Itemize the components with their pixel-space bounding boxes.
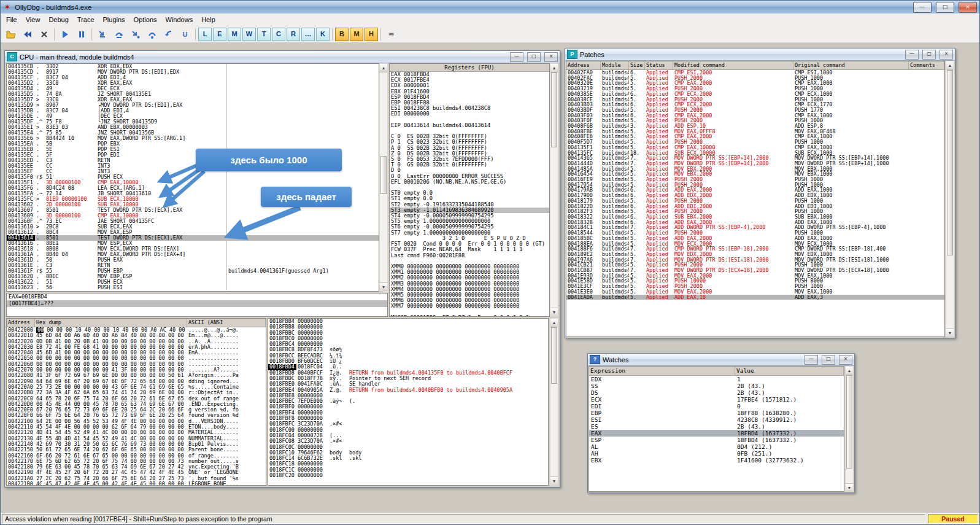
- disasm-row[interactable]: 00413620.8BECMOV EBP,ESP: [7, 274, 379, 279]
- patch-row[interactable]: 00408F6Bbuildmds43.AppliedADD ESP,10ADD …: [566, 123, 944, 129]
- patches-column-header[interactable]: Modified command: [673, 61, 793, 69]
- disasm-row[interactable]: 00413612.8BC4MOV EAX,ESP: [7, 230, 379, 235]
- trace-over-button[interactable]: [144, 27, 160, 42]
- disasm-row[interactable]: 004135EA.5BPOP EBX: [7, 141, 379, 147]
- watch-row[interactable]: EBP18FF88 (1638280.): [589, 410, 844, 416]
- register-line[interactable]: EFL 00010206 (NO,NB,NE,A,NS,PE,GE,G): [390, 179, 549, 185]
- patch-row[interactable]: 004179D0buildmds46.AppliedADD EDX,2000AD…: [566, 193, 944, 198]
- step-into-button[interactable]: [95, 27, 110, 42]
- toolbar-letter-button-E[interactable]: E: [213, 28, 226, 41]
- disasm-row[interactable]: 004135F0r$51PUSH ECX: [7, 174, 379, 180]
- toolbar-letter-button-W[interactable]: W: [242, 28, 256, 41]
- disasm-row[interactable]: 004135D5.74 0AJZ SHORT 004135E1: [7, 91, 379, 97]
- patch-row[interactable]: 0041E58Dbuildmds45.AppliedPUSH 10000PUSH…: [566, 278, 944, 284]
- patch-row[interactable]: 00418322buildmds46.AppliedSUB EBX,2000SU…: [566, 214, 944, 220]
- register-line[interactable]: EDI 00000000: [390, 111, 549, 117]
- hex-dump-row[interactable]: 004220B072 3A 3A 4F 62 6A 65 63 74 41 74…: [7, 390, 266, 395]
- cpu-close-button[interactable]: ×: [544, 52, 558, 62]
- stack-row[interactable]: 0018FBE40040905AZ.@.RETURN from buildmds…: [268, 387, 548, 393]
- toolbar-letter-button-H[interactable]: H: [365, 28, 378, 41]
- scroll-up-arrow[interactable]: ▲: [380, 64, 387, 72]
- stack-row[interactable]: 0018FC1C00000000: [268, 467, 548, 473]
- patch-row[interactable]: 004182F3buildmds45.AppliedPUSH 2000PUSH …: [566, 209, 944, 214]
- hex-dump-row[interactable]: 0042206000 00 00 00 00 00 00 00 00 00 00…: [7, 362, 266, 367]
- disasm-row[interactable]: 004135CF.83C7 04ADD EDI,4: [7, 75, 379, 80]
- patch-row[interactable]: 00418328buildmds46.AppliedADD EAX,2000AD…: [566, 220, 944, 225]
- info-line-1[interactable]: EAX=0018FBD4: [7, 294, 387, 300]
- stack-row[interactable]: 0018FBD40018FC04.ü..: [268, 364, 548, 370]
- stack-row[interactable]: 0018FBDC0018FF78xÿ..Pointer to next SEH …: [268, 376, 548, 381]
- close-program-button[interactable]: [36, 27, 52, 42]
- patch-row[interactable]: 00402FA0buildmds46.AppliedCMP ESI,2000CM…: [566, 70, 944, 76]
- register-line[interactable]: Last cmnd F960:00281F88: [390, 253, 549, 259]
- patch-row[interactable]: 00418179buildmds45.AppliedPUSH 2000PUSH …: [566, 198, 944, 204]
- watches-scrollbar[interactable]: ▲ ▼: [845, 366, 854, 492]
- stack-row[interactable]: 0018FC1800000000: [268, 461, 548, 467]
- watch-row[interactable]: SS2B (43.): [589, 383, 844, 389]
- menu-item-windows[interactable]: Windows: [161, 15, 198, 25]
- patch-row[interactable]: 0040385Ebuildmds46.AppliedCMP ECX,2000CM…: [566, 91, 944, 97]
- patch-row[interactable]: 00408FBEbuildmds45.AppliedMOV EAX,0FFF8M…: [566, 129, 944, 134]
- hex-dump-row[interactable]: 004220200D 0B 41 00 20 0B 41 00 00 00 00…: [7, 339, 266, 344]
- patch-row[interactable]: 004189E2buildmds45.AppliedMOV EDX,2000MO…: [566, 252, 944, 257]
- disasm-row[interactable]: 00413616.8BE1MOV ESP,ECX: [7, 241, 379, 246]
- watch-row[interactable]: AL0D4 (212.): [589, 443, 844, 450]
- patch-row[interactable]: 0041E3E0buildmds45.AppliedMOV EAX,2000MO…: [566, 289, 944, 295]
- watches-close-button[interactable]: ×: [839, 355, 852, 365]
- toolbar-letter-button-R[interactable]: R: [287, 28, 300, 41]
- hex-dump-row[interactable]: 004220D000 45 4E 44 00 00 45 78 70 65 63…: [7, 402, 266, 407]
- stack-row[interactable]: 0018FBF000000000: [268, 404, 548, 410]
- disasm-row[interactable]: 0041360F.^73 ECJAE SHORT 004135FC: [7, 219, 379, 224]
- patch-row[interactable]: 004179ABbuildmds46.AppliedADD EAX,2000AD…: [566, 187, 944, 193]
- cpu-title-bar[interactable]: C CPU - main thread, module buildmds4 — …: [5, 51, 560, 63]
- stack-row[interactable]: 0018FBFC3C23D70A.×#<: [268, 421, 548, 427]
- patches-column-header[interactable]: Original command: [793, 61, 909, 69]
- watch-row[interactable]: ESI4238C8 (4339912.): [589, 416, 844, 423]
- disasm-row[interactable]: 0041361E.C3RETN: [7, 263, 379, 268]
- hex-dump-row[interactable]: 004221304E 55 4D 4D 41 54 45 52 49 41 4C…: [7, 436, 266, 441]
- hex-dump-row[interactable]: 0042204045 6D 41 00 00 00 00 00 00 00 00…: [7, 350, 266, 356]
- hex-dump-row[interactable]: 004221606F 66 20 72 61 6E 67 65 00 00 00…: [7, 453, 266, 459]
- hex-dump-row[interactable]: 0042218079 6E 63 00 45 78 70 65 63 74 69…: [7, 464, 266, 470]
- patch-row[interactable]: 0041822Dbuildmds46.AppliedADD EDI,2000AD…: [566, 204, 944, 209]
- register-line[interactable]: T 0 GS 002B 32bit 0(FFFFFFFF): [390, 162, 549, 168]
- patch-row[interactable]: 00417954buildmds45.AppliedPUSH 2000PUSH …: [566, 182, 944, 188]
- scroll-up-arrow[interactable]: ▲: [946, 61, 954, 70]
- hex-dump-row[interactable]: 0042200000 00 00 00 10 40 00 00 10 40 00…: [7, 327, 266, 333]
- hex-dump-row[interactable]: 0042207000 00 00 00 00 00 00 00 41 3F 00…: [7, 367, 266, 373]
- toolbar-letter-button-M[interactable]: M: [350, 28, 363, 41]
- disasm-row[interactable]: 004135CB.33D2XOR EDX,EDX: [7, 64, 379, 69]
- patches-maximize-button[interactable]: □: [922, 50, 936, 60]
- menu-item-view[interactable]: View: [21, 15, 45, 25]
- stack-row[interactable]: 0018FBC000000000: [268, 336, 548, 341]
- hex-dump-row[interactable]: 0042208041 3F 6F 72 69 67 69 6E 00 00 00…: [7, 373, 266, 378]
- disasm-row[interactable]: 004135DF.^75 F8└JNZ SHORT 004135D9: [7, 119, 379, 125]
- patches-column-header[interactable]: Size: [629, 61, 645, 69]
- stack-row[interactable]: 0018FBBC00000000: [268, 330, 548, 336]
- maximize-button[interactable]: □: [936, 2, 954, 13]
- stack-row[interactable]: 0018FBEC7EFDE000.àý~(.: [268, 399, 548, 404]
- disasm-row[interactable]: 00413607.8501TEST DWORD PTR DS:[ECX],EAX: [7, 208, 379, 213]
- watch-row[interactable]: AH0FB (251.): [589, 450, 844, 457]
- stack-row[interactable]: 0018FBD80040BFCFÏ¿@.RETURN from buildmds…: [268, 370, 548, 376]
- watch-row[interactable]: EAX18FBD4 (1637332.): [589, 430, 844, 437]
- patches-title-bar[interactable]: P Patches — □ ×: [565, 49, 955, 61]
- toolbar-letter-button-…[interactable]: …: [301, 28, 315, 41]
- stack-row[interactable]: 0018FBD0BF60DCECìÜ`¿: [268, 359, 548, 364]
- patches-scrollbar[interactable]: ▲ ▼: [946, 61, 954, 338]
- menu-item-options[interactable]: Options: [129, 15, 161, 25]
- stack-row[interactable]: 0018FC0000000000: [268, 427, 548, 433]
- hex-dump-row[interactable]: 004221204D 41 54 45 52 49 41 4C 00 00 00…: [7, 430, 266, 435]
- stack-row[interactable]: 0018FBF800000000: [268, 416, 548, 421]
- patch-row[interactable]: 00402FACbuildmds45.AppliedPUSH 2000PUSH …: [566, 76, 944, 81]
- disasm-row[interactable]: 004135D9>8907┌MOV DWORD PTR DS:[EDI],EAX: [7, 103, 379, 108]
- patch-row[interactable]: 004197A6buildmds47.AppliedMOV DWORD PTR …: [566, 257, 944, 263]
- hex-dump-row[interactable]: 0042215050 61 72 65 6E 74 20 62 6F 6E 65…: [7, 447, 266, 453]
- watches-column-header[interactable]: Expression: [589, 367, 735, 375]
- go-to-button[interactable]: U: [177, 27, 193, 42]
- disasm-row[interactable]: 004135DB.83C7 04│ADD EDI,4: [7, 108, 379, 114]
- patch-row[interactable]: 004185BCbuildmds45.AppliedADD EAX,2000AD…: [566, 236, 944, 241]
- hex-dump-row[interactable]: 0042205000 00 00 00 00 00 00 00 00 00 00…: [7, 356, 266, 361]
- trace-into-button[interactable]: [128, 27, 143, 42]
- watch-row[interactable]: EDI0: [589, 403, 844, 410]
